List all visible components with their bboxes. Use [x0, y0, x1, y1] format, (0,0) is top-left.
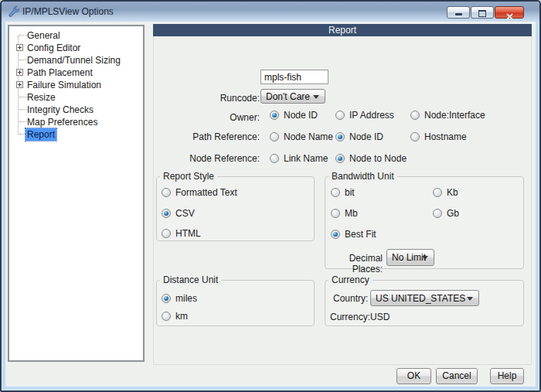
bandwidth-unit-group: Bandwidth Unit bit Kb Mb Gb — [325, 176, 524, 269]
tree-item-label: Config Editor — [27, 42, 80, 54]
tree-item-general[interactable]: General — [11, 29, 141, 42]
radio-icon — [331, 188, 340, 197]
maximize-button[interactable] — [471, 6, 494, 19]
node-reference-label: Node Reference: — [121, 154, 260, 164]
owner-dropdown[interactable]: Don't Care — [260, 89, 325, 104]
tree-item-label: Path Placement — [27, 66, 93, 79]
currency-group: Currency Country: US UNITED_STATES Curre… — [325, 280, 524, 326]
minimize-button[interactable] — [447, 6, 470, 19]
owner-label: Owner: — [121, 111, 260, 125]
chevron-down-icon — [422, 256, 428, 260]
country-dropdown-value: US UNITED_STATES — [376, 291, 465, 305]
radio-label: bit — [345, 188, 355, 198]
options-dialog: IP/MPLSView Options General — [0, 0, 541, 392]
expand-plus-icon[interactable] — [16, 44, 23, 51]
path-reference-label: Path Reference: — [121, 132, 260, 142]
radio-icon — [162, 229, 171, 238]
bandwidth-unit-group-title: Bandwidth Unit — [328, 171, 397, 182]
dialog-content: General Config Editor Demand/Tunnel Sizi… — [5, 22, 536, 387]
currency-value: USD — [370, 312, 390, 322]
radio-label: km — [175, 312, 188, 322]
tree-item-label: Failure Simulation — [27, 79, 101, 91]
radio-label: Formatted Text — [175, 188, 237, 198]
currency-label: Currency: — [330, 312, 370, 322]
decimal-places-value: No Limit — [392, 250, 426, 265]
radio-label: Gb — [447, 209, 459, 219]
radio-label: Best Fit — [345, 230, 376, 240]
tree-item-label: Integrity Checks — [27, 104, 94, 116]
maximize-icon — [478, 10, 486, 17]
titlebar[interactable]: IP/MPLSView Options — [2, 2, 539, 22]
window-frame: IP/MPLSView Options General — [2, 2, 539, 390]
radio-label: Node ID — [284, 111, 318, 121]
tree-item-label: Demand/Tunnel Sizing — [27, 54, 121, 66]
country-label: Country: — [333, 293, 368, 304]
close-button[interactable] — [495, 6, 524, 19]
radio-icon — [335, 132, 345, 141]
panel-header: Report — [153, 24, 532, 36]
radio-icon — [270, 132, 279, 141]
radio-icon — [331, 209, 340, 218]
tree-item-config-editor[interactable]: Config Editor — [11, 42, 141, 54]
radio-icon — [162, 209, 171, 218]
radio-label: Node to Node — [349, 154, 407, 164]
window-title: IP/MPLSView Options — [22, 6, 114, 17]
radio-icon — [335, 154, 345, 163]
report-style-group: Report Style Formatted Text CSV HTML — [156, 176, 315, 241]
currency-group-title: Currency — [328, 274, 373, 285]
radio-icon — [410, 132, 420, 141]
radio-label: Hostname — [424, 132, 467, 142]
radio-label: Mb — [345, 209, 358, 219]
radio-icon — [335, 111, 345, 120]
expand-plus-icon[interactable] — [16, 69, 23, 76]
radio-icon — [410, 111, 420, 120]
minimize-icon — [455, 13, 462, 15]
radio-label: HTML — [175, 229, 201, 239]
radio-icon — [162, 312, 171, 321]
chevron-down-icon — [313, 95, 319, 99]
radio-label: miles — [175, 294, 197, 304]
decimal-places-dropdown[interactable]: No Limit — [386, 249, 434, 266]
runcode-label: Runcode: — [121, 91, 260, 106]
tree-item-label: Resize — [27, 91, 56, 104]
tree-item-demand-tunnel-sizing[interactable]: Demand/Tunnel Sizing — [11, 54, 141, 66]
radio-label: IP Address — [349, 111, 394, 121]
report-style-group-title: Report Style — [160, 171, 217, 182]
radio-label: CSV — [175, 209, 195, 219]
radio-icon — [270, 111, 279, 120]
tree-item-label: General — [27, 29, 60, 42]
radio-label: Link Name — [284, 154, 328, 164]
distance-unit-group-title: Distance Unit — [160, 274, 221, 285]
wrench-icon — [7, 5, 19, 18]
help-button[interactable]: Help — [490, 368, 524, 384]
distance-unit-group: Distance Unit miles km — [156, 280, 315, 326]
radio-label: Node Name — [284, 132, 333, 142]
radio-label: Node:Interface — [424, 111, 485, 121]
expand-plus-icon[interactable] — [16, 81, 23, 88]
tree-item-label: Map Preferences — [27, 116, 97, 128]
country-dropdown[interactable]: US UNITED_STATES — [370, 290, 479, 306]
runcode-input[interactable] — [260, 70, 328, 84]
radio-label: Kb — [447, 188, 458, 198]
cancel-button[interactable]: Cancel — [436, 368, 478, 384]
decimal-places-label: Decimal Places: — [325, 253, 383, 274]
radio-icon — [162, 188, 171, 197]
ok-button[interactable]: OK — [396, 368, 431, 384]
chevron-down-icon — [467, 297, 473, 301]
owner-dropdown-value: Don't Care — [266, 90, 310, 103]
radio-icon — [162, 294, 171, 303]
radio-label: Node ID — [349, 132, 383, 142]
tree-item-path-placement[interactable]: Path Placement — [11, 66, 141, 79]
tree-item-failure-simulation[interactable]: Failure Simulation — [11, 79, 141, 91]
radio-icon — [433, 209, 442, 218]
radio-icon — [433, 188, 442, 197]
options-tree: General Config Editor Demand/Tunnel Sizi… — [8, 25, 145, 362]
radio-icon — [331, 230, 340, 239]
tree-item-label: Report — [26, 128, 56, 141]
radio-icon — [270, 154, 279, 163]
